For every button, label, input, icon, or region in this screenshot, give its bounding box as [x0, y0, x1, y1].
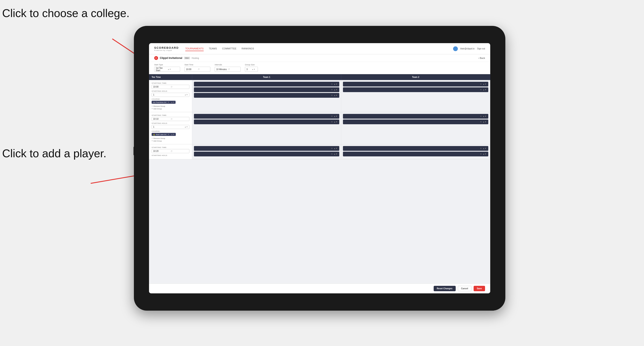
player-slot[interactable]: ✕ ▲▼ [194, 146, 339, 151]
slot-close-icon[interactable]: ✕ [480, 83, 482, 85]
table-row: STARTING TIME: 10:20 ⏱ STARTING HOLE: ✕ … [149, 144, 490, 160]
player-slot[interactable]: ✕ ▲▼ [343, 146, 488, 151]
slot-expand-icon[interactable]: ▲▼ [334, 121, 338, 123]
left-panel-2: STARTING TIME: 10:10 ⏱ STARTING HOLE: 1 … [149, 112, 192, 144]
player-slot[interactable]: ✕ ▲▼ [343, 152, 488, 156]
table-row: STARTING TIME: 10:10 ⏱ STARTING HOLE: 1 … [149, 112, 490, 144]
slot-expand-icon[interactable]: ▲▼ [483, 147, 486, 150]
slot-close-icon[interactable]: ✕ [331, 121, 333, 123]
nav-tournaments[interactable]: TOURNAMENTS [185, 46, 204, 51]
course-tag-2[interactable]: ⛳ East Lake GC ✕ ▲▼ [152, 133, 176, 136]
time-input-1[interactable]: 10:00 ⏱ [152, 85, 190, 89]
player-slot[interactable]: ✕ ▲▼ [194, 93, 339, 98]
player-slot[interactable]: ✕ ▲▼ [194, 114, 339, 119]
nav-bar: SCOREBOARD Powered by clippd TOURNAMENTS… [149, 43, 490, 54]
slot-close-icon[interactable]: ✕ [480, 89, 482, 91]
slot-expand-icon[interactable]: ▲▼ [483, 83, 486, 85]
slot-close-icon[interactable]: ✕ [331, 115, 333, 117]
nav-right: blair@clippd.io Sign out [453, 46, 485, 51]
group-size-input[interactable]: 3 ▲▼ [245, 67, 258, 72]
start-time-group: Start Time 10:00 ⏱ [184, 64, 210, 72]
add-group-btn-2[interactable]: + Add Group [152, 140, 190, 142]
tournament-name: Clippd Invitational [160, 56, 182, 59]
action-bar: Reset Changes Cancel Save [149, 283, 490, 293]
start-type-group: Start Type 1st Tee Start ▲▼ [154, 64, 180, 72]
slot-expand-icon[interactable]: ▲▼ [334, 94, 338, 96]
team1-cell-3: ✕ ▲▼ ✕ ▲▼ [192, 144, 341, 159]
table-row: STARTING TIME: 10:00 ⏱ STARTING HOLE: 1 … [149, 80, 490, 112]
slot-close-icon[interactable]: ✕ [331, 153, 333, 155]
team1-cell-2: ✕ ▲▼ ✕ ▲▼ [192, 112, 341, 144]
slot-expand-icon[interactable]: ▲▼ [483, 115, 486, 117]
tournament-type: Hosting [192, 57, 199, 59]
starting-hole-label-2: STARTING HOLE: [152, 122, 190, 124]
slot-close-icon[interactable]: ✕ [480, 153, 482, 155]
brand-title: SCOREBOARD [154, 46, 179, 49]
annotation-choose-college: Click to choose a college. [2, 6, 130, 20]
slot-expand-icon[interactable]: ▲▼ [334, 89, 338, 91]
player-slot[interactable]: ✕ ▲▼ [343, 82, 488, 86]
course-tag-1[interactable]: (A) Peachtree GC ✕ ▲▼ [152, 101, 176, 104]
remove-group-btn-1[interactable]: ○ Remove Group [152, 105, 190, 107]
tournament-gender: Men [184, 57, 190, 59]
player-slot[interactable]: ✕ ▲▼ [343, 120, 488, 124]
sign-out-link[interactable]: Sign out [477, 47, 485, 50]
cancel-button[interactable]: Cancel [458, 286, 472, 291]
tournament-header: C Clippd Invitational Men Hosting ‹ Back [149, 54, 490, 62]
th-tee-time: Tee Time [149, 74, 192, 80]
starting-time-label-2: STARTING TIME: [152, 114, 190, 116]
player-slot[interactable]: ✕ ▲▼ [343, 114, 488, 119]
hole-select-1[interactable]: 1 ▲▼ [152, 93, 190, 97]
save-button[interactable]: Save [474, 286, 485, 291]
brand-subtitle: Powered by clippd [154, 49, 179, 51]
settings-bar: Start Type 1st Tee Start ▲▼ Start Time 1… [149, 62, 490, 74]
remove-icon: ○ [152, 137, 153, 139]
nav-teams[interactable]: TEAMS [209, 46, 217, 51]
nav-rankings[interactable]: RANKINGS [242, 46, 254, 51]
intervals-label: Intervals [215, 64, 240, 66]
reset-button[interactable]: Reset Changes [434, 286, 456, 291]
slot-close-icon[interactable]: ✕ [331, 83, 333, 85]
slot-close-icon[interactable]: ✕ [331, 147, 333, 150]
table-header: Tee Time Team 1 Team 2 [149, 74, 490, 80]
nav-committee[interactable]: COMMITTEE [222, 46, 236, 51]
start-type-input[interactable]: 1st Tee Start ▲▼ [154, 67, 180, 72]
th-team1: Team 1 [192, 74, 341, 80]
slot-expand-icon[interactable]: ▲▼ [334, 115, 338, 117]
left-panel-1: STARTING TIME: 10:00 ⏱ STARTING HOLE: 1 … [149, 80, 192, 112]
add-icon: + [152, 108, 153, 110]
slot-expand-icon[interactable]: ▲▼ [334, 153, 338, 155]
add-group-btn-1[interactable]: + Add Group [152, 108, 190, 110]
slot-expand-icon[interactable]: ▲▼ [334, 83, 338, 85]
remove-course-icon[interactable]: ✕ [168, 101, 169, 103]
remove-course-icon[interactable]: ✕ [168, 133, 169, 136]
back-button[interactable]: ‹ Back [478, 57, 485, 59]
start-time-input[interactable]: 10:00 ⏱ [184, 67, 210, 72]
remove-icon: ○ [152, 105, 153, 107]
intervals-input[interactable]: 10 Minutes ⏱ [215, 67, 240, 72]
slot-expand-icon[interactable]: ▲▼ [483, 89, 486, 91]
start-time-label: Start Time [184, 64, 210, 66]
main-content: Tee Time Team 1 Team 2 STARTING TIME: 10… [149, 74, 490, 293]
group-actions-2: ○ Remove Group + Add Group [152, 137, 190, 142]
player-slot[interactable]: ✕ ▲▼ [343, 87, 488, 92]
player-slot[interactable]: ✕ ▲▼ [194, 82, 339, 86]
slot-expand-icon[interactable]: ▲▼ [483, 121, 486, 123]
tournament-title: C Clippd Invitational Men Hosting [154, 56, 199, 60]
slot-expand-icon[interactable]: ▲▼ [334, 147, 338, 150]
remove-group-btn-2[interactable]: ○ Remove Group [152, 137, 190, 139]
course-label-1: COURSE: [152, 98, 190, 100]
time-input-3[interactable]: 10:20 ⏱ [152, 149, 190, 153]
time-input-2[interactable]: 10:10 ⏱ [152, 117, 190, 121]
slot-close-icon[interactable]: ✕ [480, 115, 482, 117]
annotation-add-player: Click to add a player. [2, 147, 106, 160]
hole-select-2[interactable]: 1 ▲▼ [152, 125, 190, 129]
slot-close-icon[interactable]: ✕ [331, 89, 333, 91]
player-slot[interactable]: ✕ ▲▼ [194, 87, 339, 92]
slot-close-icon[interactable]: ✕ [480, 121, 482, 123]
slot-close-icon[interactable]: ✕ [480, 147, 482, 150]
player-slot[interactable]: ✕ ▲▼ [194, 152, 339, 156]
player-slot[interactable]: ✕ ▲▼ [194, 120, 339, 124]
slot-close-icon[interactable]: ✕ [331, 94, 333, 96]
slot-expand-icon[interactable]: ▲▼ [483, 153, 486, 155]
